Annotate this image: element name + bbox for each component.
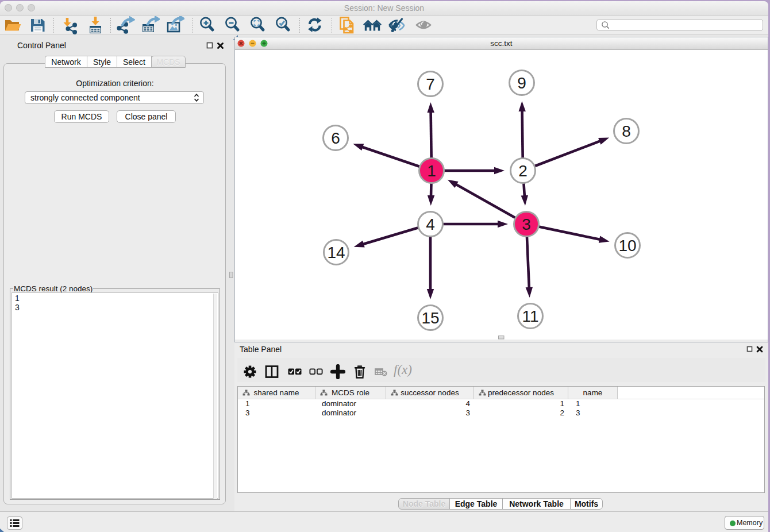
svg-text:1: 1 bbox=[427, 162, 436, 180]
svg-text:6: 6 bbox=[331, 129, 340, 147]
svg-text:7: 7 bbox=[426, 75, 435, 93]
svg-text:3: 3 bbox=[522, 215, 531, 233]
svg-text:10: 10 bbox=[618, 237, 636, 255]
svg-text:4: 4 bbox=[426, 215, 435, 233]
svg-text:14: 14 bbox=[327, 244, 345, 261]
svg-text:11: 11 bbox=[522, 307, 538, 325]
svg-text:15: 15 bbox=[421, 309, 439, 327]
svg-text:8: 8 bbox=[622, 122, 631, 140]
svg-text:2: 2 bbox=[518, 162, 528, 180]
svg-text:9: 9 bbox=[517, 74, 526, 92]
